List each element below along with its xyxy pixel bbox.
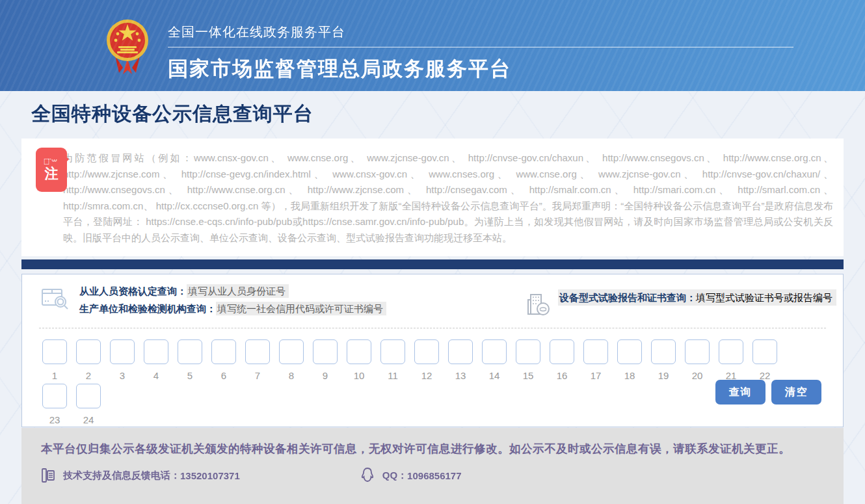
code-cell: 17 (583, 339, 608, 381)
code-cell-number: 15 (523, 370, 534, 381)
code-cell-input-13[interactable] (448, 339, 473, 364)
code-cell: 24 (76, 384, 101, 425)
package-search-icon (40, 284, 72, 315)
footer-panel: 本平台仅归集公示各级发证机关颁发的特种设备相关许可信息，无权对许可信息进行修改。… (21, 428, 844, 504)
platform-subtitle: 全国一体化在线政务服务平台 (168, 23, 793, 47)
contact-row: 技术支持及信息反馈电话： 13520107371 QQ： 1096856177 (41, 467, 818, 484)
page-title: 全国特种设备公示信息查询平台 (31, 101, 865, 127)
action-buttons: 查询 清空 (715, 380, 821, 405)
qq-label: QQ： (382, 470, 407, 482)
code-cell-number: 11 (388, 370, 398, 381)
code-cell: 4 (144, 339, 168, 381)
code-cell-number: 10 (354, 370, 365, 381)
code-cell-input-9[interactable] (313, 339, 338, 364)
code-cell-input-22[interactable] (752, 339, 777, 364)
code-cell: 13 (448, 339, 473, 381)
code-cell-input-14[interactable] (482, 339, 507, 364)
person-unit-query-group: 从业人员资格认定查询：填写从业人员身份证号 生产单位和检验检测机构查询：填写统一… (40, 284, 386, 319)
code-cell-input-18[interactable] (617, 339, 642, 364)
code-cell: 3 (110, 339, 135, 381)
code-cell-input-2[interactable] (76, 339, 101, 364)
qq-number: 1096856177 (407, 470, 461, 481)
qq-penguin-icon (360, 467, 375, 484)
code-cell-input-17[interactable] (583, 339, 608, 364)
code-cell-input-4[interactable] (144, 339, 168, 364)
code-cell-input-20[interactable] (685, 339, 710, 364)
code-cell: 12 (414, 339, 439, 381)
code-cell-input-11[interactable] (380, 339, 405, 364)
query-card: 从业人员资格认定查询：填写从业人员身份证号 生产单位和检验检测机构查询：填写统一… (21, 274, 844, 427)
code-cell-input-3[interactable] (110, 339, 135, 364)
code-cell-number: 17 (591, 370, 602, 381)
code-cell: 6 (211, 339, 236, 381)
code-cell-number: 3 (120, 370, 125, 381)
fax-phone-icon (41, 468, 55, 483)
code-cell-number: 2 (86, 370, 91, 381)
code-cell: 10 (347, 339, 371, 381)
code-cell-number: 6 (221, 370, 226, 381)
code-cell-input-7[interactable] (245, 339, 270, 364)
code-cell-input-1[interactable] (42, 339, 67, 364)
code-cell-number: 20 (692, 370, 703, 381)
person-query-row: 从业人员资格认定查询：填写从业人员身份证号 (79, 284, 386, 298)
code-cell: 9 (313, 339, 338, 381)
code-cell: 19 (651, 339, 676, 381)
code-cell: 7 (245, 339, 270, 381)
code-cell-input-10[interactable] (347, 339, 371, 364)
code-cell-input-8[interactable] (279, 339, 304, 364)
type-test-query-row: 设备型式试验报告和证书查询：填写型式试验证书号或报告编号 (558, 289, 836, 306)
search-button[interactable]: 查询 (715, 380, 765, 405)
code-cell-input-21[interactable] (719, 339, 743, 364)
code-cell-input-6[interactable] (211, 339, 236, 364)
disclaimer-text: 本平台仅归集公示各级发证机关颁发的特种设备相关许可信息，无权对许可信息进行修改。… (41, 440, 818, 458)
code-cell-input-15[interactable] (516, 339, 540, 364)
note-badge-label: 注 (45, 166, 59, 181)
code-cell: 5 (178, 339, 202, 381)
code-cell: 2 (76, 339, 101, 381)
code-cell-input-12[interactable] (414, 339, 439, 364)
code-cell-number: 7 (255, 370, 260, 381)
code-cell: 11 (380, 339, 405, 381)
code-cell: 21 (719, 339, 743, 381)
code-cell-number: 16 (557, 370, 568, 381)
person-query-label: 从业人员资格认定查询： (79, 285, 187, 297)
unit-query-row: 生产单位和检验检测机构查询：填写统一社会信用代码或许可证书编号 (79, 302, 386, 315)
code-cell-number: 8 (289, 370, 294, 381)
anti-fake-notice-card: ⌒̈꒳ 注 为防范假冒网站（例如：www.cnsx-gov.cn、 www.cn… (21, 139, 844, 256)
divider-bar (21, 259, 844, 269)
code-cell-number: 13 (455, 370, 466, 381)
code-cell-number: 9 (323, 370, 328, 381)
type-test-query-group: 设备型式试验报告和证书查询：填写型式试验证书号或报告编号 (527, 289, 836, 319)
phone-number: 13520107371 (180, 470, 240, 481)
code-cell-number: 14 (489, 370, 500, 381)
code-cell: 15 (516, 339, 540, 381)
code-cell-input-19[interactable] (651, 339, 676, 364)
clear-button[interactable]: 清空 (771, 380, 821, 405)
code-cell-input-23[interactable] (42, 384, 67, 408)
unit-query-label: 生产单位和检验检测机构查询： (79, 303, 216, 314)
code-cell: 1 (42, 339, 67, 381)
code-cell: 23 (42, 384, 67, 425)
platform-title: 国家市场监督管理总局政务服务平台 (168, 55, 793, 83)
code-cell: 16 (550, 339, 574, 381)
code-cell-number: 1 (52, 370, 57, 381)
code-cell-number: 24 (83, 414, 94, 425)
anti-fake-notice-text: 为防范假冒网站（例如：www.cnsx-gov.cn、 www.cnse.org… (63, 150, 833, 246)
unit-query-hint: 填写统一社会信用代码或许可证书编号 (216, 302, 386, 315)
note-face-icon: ⌒̈꒳ (44, 158, 60, 166)
code-cell: 14 (482, 339, 507, 381)
code-cell: 22 (752, 339, 777, 381)
code-cell: 18 (617, 339, 642, 381)
code-cell-input-24[interactable] (76, 384, 101, 408)
building-report-icon (527, 289, 550, 319)
code-cell-number: 18 (624, 370, 635, 381)
national-emblem-logo (106, 16, 149, 79)
code-cell-number: 19 (658, 370, 669, 381)
code-cell-number: 23 (49, 414, 60, 425)
code-cells: 123456789101112131415161718192021222324 (22, 328, 825, 425)
type-test-query-label: 设备型式试验报告和证书查询： (559, 292, 696, 303)
code-cell: 8 (279, 339, 304, 381)
code-cell: 20 (685, 339, 710, 381)
code-cell-input-16[interactable] (550, 339, 574, 364)
code-cell-input-5[interactable] (178, 339, 202, 364)
